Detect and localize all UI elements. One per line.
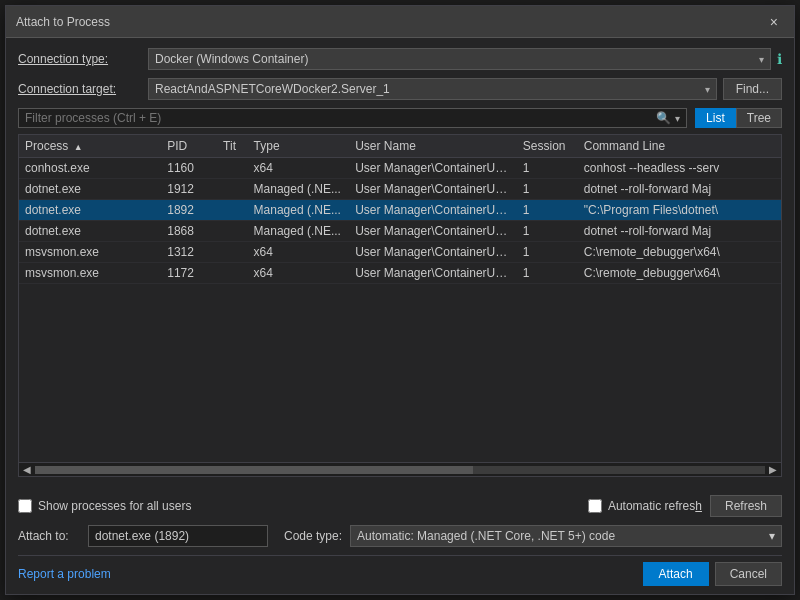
process-table-scroll[interactable]: Process ▲ PID Tit Type User Name Session…: [19, 135, 781, 462]
cancel-button[interactable]: Cancel: [715, 562, 782, 586]
connection-target-label: Connection target:: [18, 82, 148, 96]
attach-to-process-dialog: Attach to Process × Connection type: Doc…: [5, 5, 795, 595]
scroll-right-icon[interactable]: ▶: [765, 464, 781, 475]
list-view-button[interactable]: List: [695, 108, 736, 128]
show-all-users-checkbox[interactable]: [18, 499, 32, 513]
table-row[interactable]: dotnet.exe1868Managed (.NE...User Manage…: [19, 221, 781, 242]
table-row[interactable]: conhost.exe1160x64User Manager\Container…: [19, 158, 781, 179]
col-header-cmdline[interactable]: Command Line: [578, 135, 781, 158]
title-bar: Attach to Process ×: [6, 6, 794, 38]
attach-to-label: Attach to:: [18, 529, 88, 543]
filter-row: 🔍 ▾ List Tree: [18, 108, 782, 128]
table-row[interactable]: dotnet.exe1912Managed (.NE...User Manage…: [19, 179, 781, 200]
dialog-content: Connection type: Docker (Windows Contain…: [6, 38, 794, 487]
close-button[interactable]: ×: [764, 12, 784, 32]
filter-dropdown-arrow[interactable]: ▾: [675, 113, 680, 124]
col-header-pid[interactable]: PID: [161, 135, 217, 158]
tree-view-button[interactable]: Tree: [736, 108, 782, 128]
connection-target-row: Connection target: ReactAndASPNETCoreWDo…: [18, 78, 782, 100]
attach-button[interactable]: Attach: [643, 562, 709, 586]
search-icon: 🔍: [656, 111, 671, 125]
info-icon[interactable]: ℹ: [777, 51, 782, 67]
code-type-label: Code type:: [284, 529, 342, 543]
scroll-left-icon[interactable]: ◀: [19, 464, 35, 475]
target-combo-arrow-icon: ▾: [705, 84, 710, 95]
dialog-title: Attach to Process: [16, 15, 110, 29]
code-type-arrow-icon: ▾: [769, 529, 775, 543]
find-button[interactable]: Find...: [723, 78, 782, 100]
footer-row: Report a problem Attach Cancel: [18, 555, 782, 594]
connection-target-combo[interactable]: ReactAndASPNETCoreWDocker2.Server_1 ▾: [148, 78, 717, 100]
connection-type-label: Connection type:: [18, 52, 148, 66]
filter-input-wrap: 🔍 ▾: [18, 108, 687, 128]
bottom-section: Show processes for all users Automatic r…: [6, 487, 794, 594]
filter-input[interactable]: [25, 111, 652, 125]
scrollbar-thumb: [35, 466, 473, 474]
horizontal-scrollbar[interactable]: ◀ ▶: [19, 462, 781, 476]
scrollbar-track: [35, 466, 765, 474]
col-header-username[interactable]: User Name: [349, 135, 517, 158]
process-table-wrap: Process ▲ PID Tit Type User Name Session…: [18, 134, 782, 477]
show-all-users-label[interactable]: Show processes for all users: [18, 499, 191, 513]
table-row[interactable]: msvsmon.exe1312x64User Manager\Container…: [19, 242, 781, 263]
auto-refresh-label[interactable]: Automatic refresh: [588, 499, 702, 513]
refresh-button[interactable]: Refresh: [710, 495, 782, 517]
col-header-tit[interactable]: Tit: [217, 135, 247, 158]
code-type-combo[interactable]: Automatic: Managed (.NET Core, .NET 5+) …: [350, 525, 782, 547]
table-row[interactable]: msvsmon.exe1172x64User Manager\Container…: [19, 263, 781, 284]
process-table: Process ▲ PID Tit Type User Name Session…: [19, 135, 781, 284]
connection-type-row: Connection type: Docker (Windows Contain…: [18, 48, 782, 70]
connection-type-combo[interactable]: Docker (Windows Container) ▾: [148, 48, 771, 70]
options-row: Show processes for all users Automatic r…: [18, 495, 782, 517]
auto-refresh-checkbox[interactable]: [588, 499, 602, 513]
col-header-session[interactable]: Session: [517, 135, 578, 158]
table-row[interactable]: dotnet.exe1892Managed (.NE...User Manage…: [19, 200, 781, 221]
combo-arrow-icon: ▾: [759, 54, 764, 65]
auto-refresh-group: Automatic refresh Refresh: [588, 495, 782, 517]
attach-to-input[interactable]: [88, 525, 268, 547]
col-header-type[interactable]: Type: [248, 135, 350, 158]
action-buttons: Attach Cancel: [643, 562, 782, 586]
col-header-process[interactable]: Process ▲: [19, 135, 161, 158]
table-header-row: Process ▲ PID Tit Type User Name Session…: [19, 135, 781, 158]
view-buttons: List Tree: [695, 108, 782, 128]
attach-to-row: Attach to: Code type: Automatic: Managed…: [18, 525, 782, 547]
report-problem-link[interactable]: Report a problem: [18, 567, 111, 581]
